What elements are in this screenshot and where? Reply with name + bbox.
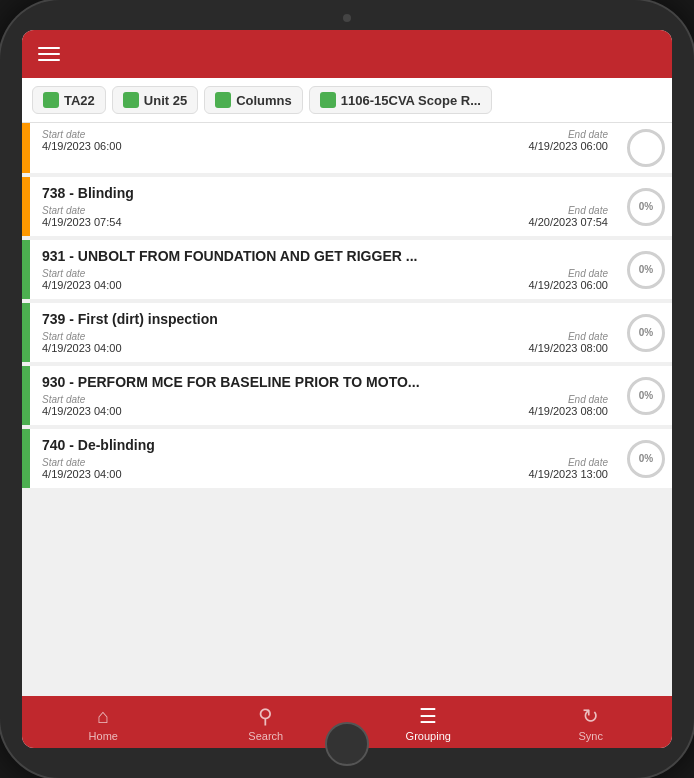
end-label: End date	[528, 457, 608, 468]
tab-scope[interactable]: 1106-15CVA Scope R...	[309, 86, 492, 114]
start-label: Start date	[42, 205, 122, 216]
start-date-group: Start date 4/19/2023 04:00	[42, 394, 122, 417]
end-label: End date	[528, 268, 608, 279]
nav-item-grouping[interactable]: ☰ Grouping	[398, 704, 458, 742]
nav-label-sync: Sync	[579, 730, 603, 742]
end-date-group: End date 4/19/2023 06:00	[528, 268, 608, 291]
progress-circle: 0%	[627, 377, 665, 415]
tab-color-unit25	[123, 92, 139, 108]
item-progress: 0%	[620, 177, 672, 236]
item-progress: 0%	[620, 366, 672, 425]
end-date-group: End date 4/19/2023 13:00	[528, 457, 608, 480]
filter-tab-bar: TA22 Unit 25 Columns 1106-15CVA Scope R.…	[22, 78, 672, 123]
item-title: 931 - UNBOLT FROM FOUNDATION AND GET RIG…	[42, 248, 608, 264]
sync-icon: ↻	[582, 704, 599, 728]
end-label: End date	[528, 129, 608, 140]
progress-circle: 0%	[627, 440, 665, 478]
end-date-group: End date 4/19/2023 06:00	[528, 129, 608, 152]
progress-circle: 0%	[627, 251, 665, 289]
item-title: 930 - PERFORM MCE FOR BASELINE PRIOR TO …	[42, 374, 608, 390]
hamburger-line-2	[38, 53, 60, 55]
item-body: Start date 4/19/2023 06:00 End date 4/19…	[30, 123, 620, 173]
progress-circle: 0%	[627, 314, 665, 352]
tablet-camera	[343, 14, 351, 22]
start-value: 4/19/2023 04:00	[42, 468, 122, 480]
nav-item-sync[interactable]: ↻ Sync	[561, 704, 621, 742]
tablet-device: TA22 Unit 25 Columns 1106-15CVA Scope R.…	[0, 0, 694, 778]
item-dates: Start date 4/19/2023 04:00 End date 4/19…	[42, 394, 608, 417]
nav-label-search: Search	[248, 730, 283, 742]
start-date-group: Start date 4/19/2023 04:00	[42, 457, 122, 480]
start-label: Start date	[42, 394, 122, 405]
end-value: 4/19/2023 06:00	[528, 279, 608, 291]
start-value: 4/19/2023 04:00	[42, 405, 122, 417]
grouping-icon: ☰	[419, 704, 437, 728]
nav-item-home[interactable]: ⌂ Home	[73, 705, 133, 742]
tab-label-scope: 1106-15CVA Scope R...	[341, 93, 481, 108]
item-dates: Start date 4/19/2023 07:54 End date 4/20…	[42, 205, 608, 228]
list-item[interactable]: 739 - First (dirt) inspection Start date…	[22, 303, 672, 362]
hamburger-line-3	[38, 59, 60, 61]
start-label: Start date	[42, 129, 122, 140]
progress-circle: 0%	[627, 188, 665, 226]
start-date-group: Start date 4/19/2023 04:00	[42, 331, 122, 354]
progress-circle	[627, 129, 665, 167]
end-label: End date	[528, 205, 608, 216]
item-progress: 0%	[620, 240, 672, 299]
item-dates: Start date 4/19/2023 06:00 End date 4/19…	[42, 129, 608, 152]
start-label: Start date	[42, 457, 122, 468]
item-title: 740 - De-blinding	[42, 437, 608, 453]
end-value: 4/20/2023 07:54	[528, 216, 608, 228]
app-screen: TA22 Unit 25 Columns 1106-15CVA Scope R.…	[22, 30, 672, 748]
end-label: End date	[528, 331, 608, 342]
hamburger-line-1	[38, 47, 60, 49]
item-progress: 0%	[620, 429, 672, 488]
tab-label-columns: Columns	[236, 93, 292, 108]
item-title: 739 - First (dirt) inspection	[42, 311, 608, 327]
item-body: 930 - PERFORM MCE FOR BASELINE PRIOR TO …	[30, 366, 620, 425]
tab-label-ta22: TA22	[64, 93, 95, 108]
end-label: End date	[528, 394, 608, 405]
tab-ta22[interactable]: TA22	[32, 86, 106, 114]
end-date-group: End date 4/19/2023 08:00	[528, 394, 608, 417]
start-date-group: Start date 4/19/2023 06:00	[42, 129, 122, 152]
end-value: 4/19/2023 13:00	[528, 468, 608, 480]
list-item[interactable]: 740 - De-blinding Start date 4/19/2023 0…	[22, 429, 672, 488]
end-value: 4/19/2023 08:00	[528, 405, 608, 417]
list-item[interactable]: Start date 4/19/2023 06:00 End date 4/19…	[22, 123, 672, 173]
item-dates: Start date 4/19/2023 04:00 End date 4/19…	[42, 457, 608, 480]
hamburger-menu[interactable]	[38, 47, 60, 61]
item-body: 738 - Blinding Start date 4/19/2023 07:5…	[30, 177, 620, 236]
nav-label-home: Home	[89, 730, 118, 742]
item-progress	[620, 123, 672, 173]
start-date-group: Start date 4/19/2023 07:54	[42, 205, 122, 228]
nav-item-search[interactable]: ⚲ Search	[236, 704, 296, 742]
list-item[interactable]: 931 - UNBOLT FROM FOUNDATION AND GET RIG…	[22, 240, 672, 299]
end-value: 4/19/2023 08:00	[528, 342, 608, 354]
start-value: 4/19/2023 06:00	[42, 140, 122, 152]
list-item[interactable]: 738 - Blinding Start date 4/19/2023 07:5…	[22, 177, 672, 236]
item-body: 740 - De-blinding Start date 4/19/2023 0…	[30, 429, 620, 488]
tablet-home-button[interactable]	[325, 722, 369, 766]
tab-unit25[interactable]: Unit 25	[112, 86, 198, 114]
tab-label-unit25: Unit 25	[144, 93, 187, 108]
item-body: 739 - First (dirt) inspection Start date…	[30, 303, 620, 362]
item-body: 931 - UNBOLT FROM FOUNDATION AND GET RIG…	[30, 240, 620, 299]
task-list: Start date 4/19/2023 06:00 End date 4/19…	[22, 123, 672, 696]
item-status-bar	[22, 366, 30, 425]
item-status-bar	[22, 177, 30, 236]
start-label: Start date	[42, 268, 122, 279]
tab-columns[interactable]: Columns	[204, 86, 303, 114]
item-dates: Start date 4/19/2023 04:00 End date 4/19…	[42, 268, 608, 291]
end-date-group: End date 4/20/2023 07:54	[528, 205, 608, 228]
tab-color-ta22	[43, 92, 59, 108]
item-status-bar	[22, 303, 30, 362]
start-value: 4/19/2023 07:54	[42, 216, 122, 228]
start-value: 4/19/2023 04:00	[42, 279, 122, 291]
search-icon: ⚲	[258, 704, 273, 728]
tab-color-columns	[215, 92, 231, 108]
home-icon: ⌂	[97, 705, 109, 728]
start-date-group: Start date 4/19/2023 04:00	[42, 268, 122, 291]
item-status-bar	[22, 429, 30, 488]
list-item[interactable]: 930 - PERFORM MCE FOR BASELINE PRIOR TO …	[22, 366, 672, 425]
